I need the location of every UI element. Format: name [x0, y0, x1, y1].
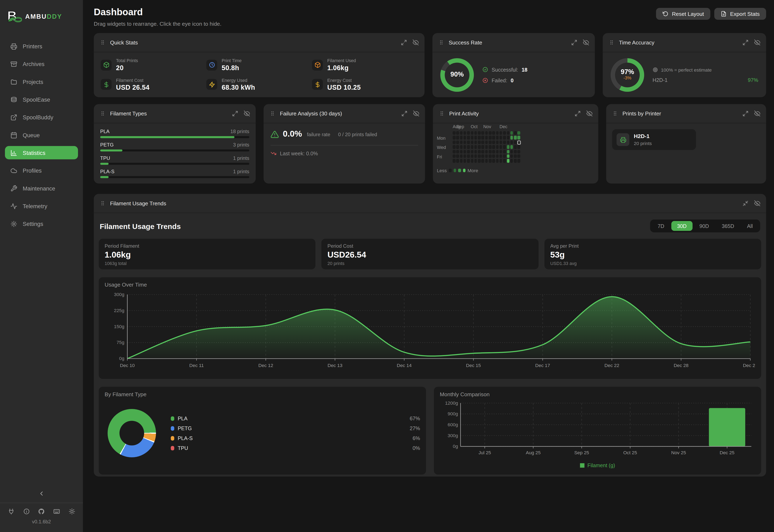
- heatmap-cell: [464, 131, 466, 135]
- heatmap-cell: [456, 154, 459, 158]
- collapse-icon[interactable]: [743, 200, 749, 206]
- widget-title: Prints by Printer: [623, 110, 661, 116]
- legend-swatch: [580, 463, 585, 467]
- legend-name: PLA: [178, 415, 187, 421]
- eye-off-icon[interactable]: [583, 39, 589, 45]
- range-button-30d[interactable]: 30D: [671, 221, 693, 231]
- info-icon[interactable]: [23, 508, 30, 515]
- type-name: PLA-S: [100, 169, 114, 174]
- sidebar-item-profiles[interactable]: Profiles: [5, 164, 78, 177]
- drag-handle-icon[interactable]: [100, 39, 106, 45]
- drag-handle-icon[interactable]: [269, 110, 275, 116]
- drag-handle-icon[interactable]: [612, 110, 618, 116]
- heatmap-cell: [456, 131, 459, 135]
- range-button-all[interactable]: All: [741, 221, 759, 231]
- svg-text:Dec 22: Dec 22: [604, 363, 619, 368]
- drag-handle-icon[interactable]: [100, 110, 106, 116]
- drag-handle-icon[interactable]: [609, 39, 615, 45]
- sidebar-item-telemetry[interactable]: Telemetry: [5, 199, 78, 213]
- eye-off-icon[interactable]: [412, 39, 419, 45]
- day-label: Wed: [437, 145, 449, 150]
- expand-icon[interactable]: [402, 110, 408, 117]
- heatmap-cell: [510, 136, 513, 139]
- expand-icon[interactable]: [571, 39, 577, 45]
- svg-text:Dec 11: Dec 11: [189, 363, 204, 368]
- stat-label: Energy Cost: [327, 78, 361, 83]
- eye-off-icon[interactable]: [754, 200, 760, 206]
- heatmap-cell: [474, 159, 477, 163]
- sidebar-item-label: Settings: [23, 221, 43, 227]
- bar-chart-title: Monthly Comparison: [440, 391, 755, 397]
- range-button-7d[interactable]: 7D: [652, 221, 670, 231]
- file-text-icon: [721, 11, 727, 17]
- legend-name: PETG: [178, 425, 192, 431]
- heatmap-cell: [478, 159, 481, 163]
- heatmap-cell: [471, 154, 473, 158]
- row-label: Successful:: [492, 66, 518, 72]
- expand-icon[interactable]: [575, 110, 581, 117]
- eye-off-icon[interactable]: [754, 39, 760, 45]
- sidebar-item-statistics[interactable]: Statistics: [5, 146, 78, 159]
- range-button-90d[interactable]: 90D: [694, 221, 715, 231]
- sidebar-collapse-button[interactable]: [0, 486, 83, 503]
- eye-off-icon[interactable]: [413, 110, 419, 117]
- type-count: 3 prints: [233, 142, 249, 148]
- svg-text:1200g: 1200g: [445, 400, 458, 406]
- keyboard-icon[interactable]: [53, 508, 60, 515]
- eye-off-icon[interactable]: [243, 110, 250, 117]
- drag-handle-icon[interactable]: [438, 39, 444, 45]
- heatmap-cell: [464, 154, 466, 158]
- sidebar-item-queue[interactable]: Queue: [5, 128, 78, 142]
- legend-percent: 27%: [410, 425, 420, 431]
- plug-icon[interactable]: [8, 508, 14, 515]
- sidebar-item-projects[interactable]: Projects: [5, 75, 78, 88]
- sidebar-item-archives[interactable]: Archives: [5, 57, 78, 71]
- widget-title: Time Accuracy: [619, 39, 654, 45]
- heatmap-cell: [460, 141, 463, 144]
- heatmap-cell: [460, 150, 463, 153]
- sidebar-item-spoolbuddy[interactable]: SpoolBuddy: [5, 110, 78, 124]
- range-button-365d[interactable]: 365D: [716, 221, 740, 231]
- reset-layout-button[interactable]: Reset Layout: [656, 8, 710, 20]
- heatmap-cell: [456, 136, 459, 139]
- pie-legend-row: PETG27%: [171, 425, 420, 431]
- type-count: 1 prints: [233, 169, 249, 174]
- sidebar-item-spoolease[interactable]: SpoolEase: [5, 93, 78, 106]
- failure-rate-label: failure rate: [307, 131, 330, 137]
- sun-icon[interactable]: [68, 508, 75, 515]
- heatmap-cell: [518, 159, 520, 163]
- svg-text:300g: 300g: [448, 433, 458, 438]
- heatmap-cell: [482, 154, 484, 158]
- heatmap-cell: [482, 159, 484, 163]
- github-icon[interactable]: [38, 508, 45, 515]
- sidebar-item-maintenance[interactable]: Maintenance: [5, 181, 78, 195]
- heatmap-cell: [496, 141, 499, 144]
- heatmap-cell: [507, 141, 510, 144]
- card-value: 53g: [550, 250, 755, 260]
- sidebar-item-label: Projects: [23, 79, 43, 85]
- eye-off-icon[interactable]: [586, 110, 593, 117]
- zap-icon: [206, 79, 217, 90]
- svg-text:Dec 12: Dec 12: [258, 363, 273, 368]
- drag-handle-icon[interactable]: [439, 110, 445, 116]
- summary-card: Period Filament1.06kg1063g total: [99, 239, 315, 269]
- stat-label: Total Prints: [116, 58, 138, 63]
- expand-icon[interactable]: [401, 39, 407, 45]
- warning-triangle-icon: [270, 130, 279, 138]
- heatmap-cell: [474, 136, 477, 139]
- widget-title: Success Rate: [449, 39, 482, 45]
- sidebar-item-printers[interactable]: Printers: [5, 39, 78, 53]
- expand-icon[interactable]: [743, 110, 749, 117]
- eye-off-icon[interactable]: [754, 110, 760, 117]
- expand-icon[interactable]: [232, 110, 238, 117]
- main-content: Dashboard Drag widgets to rearrange. Cli…: [83, 0, 774, 532]
- success-rate-widget: Success Rate 90% Successful:18Failed:0: [433, 33, 595, 97]
- sidebar-item-settings[interactable]: Settings: [5, 217, 78, 230]
- expand-icon[interactable]: [743, 39, 749, 45]
- drag-handle-icon[interactable]: [100, 200, 106, 206]
- export-stats-button[interactable]: Export Stats: [714, 8, 766, 20]
- stat-label: Filament Used: [327, 58, 356, 63]
- printer-card[interactable]: H2D-1 20 prints: [612, 129, 696, 150]
- filament-types-widget: Filament Types PLA18 printsPETG3 printsT…: [94, 104, 256, 184]
- heatmap-cell: [496, 131, 499, 135]
